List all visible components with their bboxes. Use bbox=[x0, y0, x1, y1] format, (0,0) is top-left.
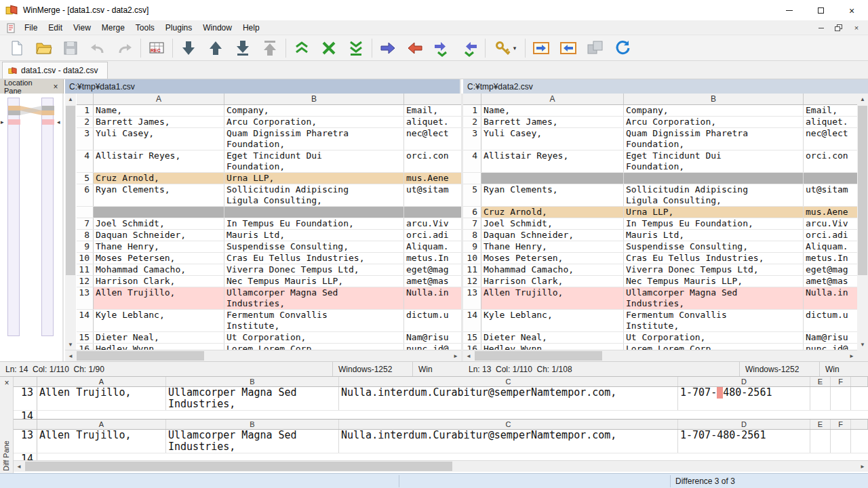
diff-row-partial[interactable]: 14 bbox=[14, 453, 868, 460]
right-file-header[interactable]: C:¥tmp¥data2.csv bbox=[463, 79, 868, 94]
close-button[interactable]: × bbox=[836, 1, 867, 20]
last-difference-button[interactable] bbox=[229, 37, 256, 60]
scrollbar-thumb[interactable] bbox=[475, 351, 602, 361]
mdi-close-button[interactable]: × bbox=[849, 22, 864, 34]
scroll-down-icon[interactable]: ▼ bbox=[857, 339, 868, 350]
column-header-a[interactable]: A bbox=[481, 94, 624, 104]
table-row[interactable]: 3Yuli Casey,Quam Dignissim Pharetra Foun… bbox=[463, 128, 857, 150]
auto-merge-button[interactable] bbox=[315, 37, 342, 60]
scroll-up-icon[interactable]: ▲ bbox=[857, 94, 868, 104]
alignment-gap-row[interactable] bbox=[77, 207, 461, 218]
menu-view[interactable]: View bbox=[68, 21, 96, 35]
table-row[interactable]: 16Hedley Wynn,Lorem Lorem Corp.,nunc.id@ bbox=[77, 344, 461, 350]
table-row[interactable]: 10Moses Petersen,Cras Eu Tellus Industri… bbox=[463, 253, 857, 264]
table-row[interactable]: 15Dieter Neal,Ut Corporation,Nam@risu bbox=[463, 332, 857, 344]
diff-horizontal-scrollbar[interactable]: ◄ ► bbox=[14, 460, 868, 472]
table-row[interactable]: 1Name,Company,Email, bbox=[77, 105, 461, 117]
table-row[interactable]: 11Mohammad Camacho,Viverra Donec Tempus … bbox=[77, 264, 461, 276]
menu-help[interactable]: Help bbox=[237, 21, 265, 35]
previous-conflict-button[interactable] bbox=[288, 37, 315, 60]
scroll-left-icon[interactable]: ◄ bbox=[463, 350, 474, 361]
table-row[interactable]: 7Joel Schmidt,In Tempus Eu Foundation,ar… bbox=[463, 218, 857, 230]
left-vertical-scrollbar[interactable]: ▲ ▼ bbox=[65, 94, 76, 350]
table-row[interactable]: 5Cruz Arnold,Urna LLP,mus.Aene bbox=[77, 173, 461, 184]
diff-row[interactable]: 13 Allen Trujillo, Ullamcorper Magna Sed… bbox=[14, 387, 868, 411]
save-all-button[interactable] bbox=[582, 37, 609, 60]
maximize-button[interactable] bbox=[805, 1, 836, 20]
table-row[interactable]: 4Allistair Reyes,Eget Tincidunt Dui Foun… bbox=[463, 150, 857, 173]
table-row[interactable]: 3Yuli Casey,Quam Dignissim Pharetra Foun… bbox=[77, 128, 461, 150]
open-button[interactable] bbox=[30, 37, 57, 60]
first-difference-button[interactable] bbox=[256, 37, 283, 60]
copy-left-button[interactable] bbox=[401, 37, 429, 60]
menu-tools[interactable]: Tools bbox=[130, 21, 160, 35]
menu-plugins[interactable]: Plugins bbox=[160, 21, 197, 35]
location-pane-close-button[interactable]: × bbox=[51, 82, 60, 92]
left-file-header[interactable]: C:¥tmp¥data1.csv bbox=[65, 79, 461, 94]
encoding-indicator[interactable]: Windows-1252 bbox=[739, 362, 819, 377]
next-difference-button[interactable] bbox=[175, 37, 202, 60]
table-row[interactable]: 6Cruz Arnold,Urna LLP,mus.Aene bbox=[463, 207, 857, 218]
undo-button[interactable] bbox=[84, 37, 111, 60]
table-row[interactable]: 7Joel Schmidt,In Tempus Eu Foundation,ar… bbox=[77, 218, 461, 230]
tab-data1-data2[interactable]: data1.csv - data2.csv bbox=[2, 62, 108, 79]
column-header-partial[interactable] bbox=[804, 94, 857, 104]
menu-edit[interactable]: Edit bbox=[43, 21, 68, 35]
mdi-minimize-button[interactable] bbox=[814, 22, 829, 34]
scroll-left-icon[interactable]: ◄ bbox=[14, 461, 24, 472]
table-row[interactable]: 2Barrett James,Arcu Corporation,aliquet. bbox=[463, 117, 857, 128]
new-button[interactable] bbox=[3, 37, 30, 60]
boxed-arrow-right-button[interactable] bbox=[528, 37, 555, 60]
menu-merge[interactable]: Merge bbox=[96, 21, 130, 35]
rec-button[interactable]: REC bbox=[143, 37, 170, 60]
left-horizontal-scrollbar[interactable]: ◄ ► bbox=[65, 350, 461, 361]
eol-indicator[interactable]: Win bbox=[819, 362, 868, 377]
table-row[interactable]: 2Barrett James,Arcu Corporation,aliquet. bbox=[77, 117, 461, 128]
scrollbar-thumb[interactable] bbox=[858, 106, 867, 275]
table-row[interactable]: 9Thane Henry,Suspendisse Consulting,Aliq… bbox=[463, 241, 857, 253]
copy-right-button[interactable] bbox=[374, 37, 401, 60]
mdi-restore-button[interactable] bbox=[831, 22, 846, 34]
file-pane-left[interactable]: A B 1Name,Company,Email,2Barrett James,A… bbox=[77, 94, 461, 350]
table-row[interactable]: 8Daquan Schneider,Mauris Ltd,orci.adi bbox=[77, 230, 461, 241]
file-pane-right[interactable]: A B 1Name,Company,Email,2Barrett James,A… bbox=[463, 94, 857, 350]
table-row[interactable]: 10Moses Petersen,Cras Eu Tellus Industri… bbox=[77, 253, 461, 264]
table-row[interactable]: 9Thane Henry,Suspendisse Consulting,Aliq… bbox=[77, 241, 461, 253]
right-horizontal-scrollbar[interactable]: ◄ ► bbox=[463, 350, 857, 361]
column-header-b[interactable]: B bbox=[624, 94, 804, 104]
scroll-up-icon[interactable]: ▲ bbox=[65, 94, 76, 104]
table-row[interactable]: 6Ryan Clements,Sollicitudin Adipiscing L… bbox=[77, 184, 461, 207]
column-header-a[interactable]: A bbox=[94, 94, 224, 104]
table-row[interactable]: 13Allen Trujillo,Ullamcorper Magna Sed I… bbox=[77, 287, 461, 310]
column-header-b[interactable]: B bbox=[224, 94, 404, 104]
menu-window[interactable]: Window bbox=[197, 21, 237, 35]
diff-pane-close-button[interactable]: × bbox=[2, 378, 12, 388]
table-row[interactable]: 12Harrison Clark,Nec Tempus Mauris LLP,a… bbox=[463, 276, 857, 287]
previous-difference-button[interactable] bbox=[202, 37, 229, 60]
minimize-button[interactable] bbox=[774, 1, 805, 20]
scroll-right-icon[interactable]: ► bbox=[846, 350, 857, 361]
scroll-down-icon[interactable]: ▼ bbox=[65, 339, 76, 350]
table-row[interactable]: 15Dieter Neal,Ut Corporation,Nam@risu bbox=[77, 332, 461, 344]
scroll-right-icon[interactable]: ► bbox=[857, 461, 868, 472]
refresh-button[interactable] bbox=[609, 37, 636, 60]
column-header-partial[interactable] bbox=[404, 94, 461, 104]
scroll-left-icon[interactable]: ◄ bbox=[65, 350, 76, 361]
scrollbar-thumb[interactable] bbox=[25, 462, 452, 471]
scrollbar-thumb[interactable] bbox=[77, 351, 204, 361]
right-vertical-scrollbar[interactable]: ▲ ▼ bbox=[857, 94, 868, 350]
table-row[interactable]: 16Hedley Wynn,Lorem Lorem Corp.,nunc.id@ bbox=[463, 344, 857, 350]
table-row[interactable]: 8Daquan Schneider,Mauris Ltd,orci.adi bbox=[463, 230, 857, 241]
scrollbar-thumb[interactable] bbox=[66, 106, 75, 275]
boxed-arrow-left-button[interactable] bbox=[555, 37, 582, 60]
table-row[interactable]: 1Name,Company,Email, bbox=[463, 105, 857, 117]
menu-file[interactable]: File bbox=[19, 21, 43, 35]
table-row[interactable]: 5Ryan Clements,Sollicitudin Adipiscing L… bbox=[463, 184, 857, 207]
location-pane[interactable]: ▸ ◂ bbox=[0, 94, 64, 361]
copy-left-advance-button[interactable] bbox=[456, 37, 483, 60]
table-row[interactable]: 11Mohammad Camacho,Viverra Donec Tempus … bbox=[463, 264, 857, 276]
eol-indicator[interactable]: Win bbox=[412, 362, 461, 377]
copy-right-advance-button[interactable] bbox=[429, 37, 456, 60]
diff-row[interactable]: 13 Allen Trujillo, Ullamcorper Magna Sed… bbox=[14, 430, 868, 453]
redo-button[interactable] bbox=[111, 37, 138, 60]
